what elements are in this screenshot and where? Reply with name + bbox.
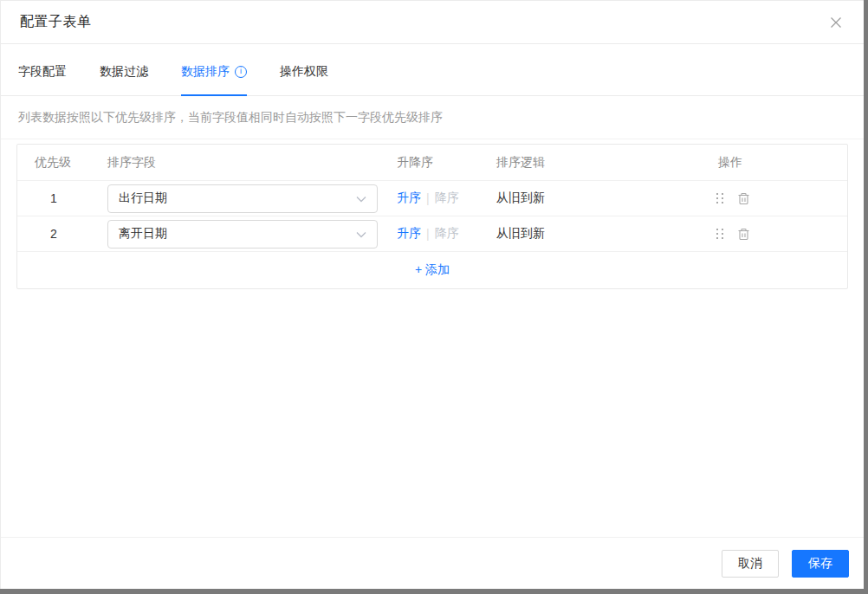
header-sort-logic: 排序逻辑: [496, 155, 713, 171]
order-divider: |: [426, 191, 430, 205]
table-row: 2 离开日期 升序 | 降序: [17, 216, 847, 252]
priority-value: 2: [35, 227, 73, 241]
ascending-link[interactable]: 升序: [397, 226, 421, 242]
table-header-row: 优先级 排序字段 升降序 排序逻辑 操作: [17, 145, 847, 181]
header-actions: 操作: [713, 155, 847, 171]
trash-icon[interactable]: [737, 228, 750, 241]
add-sort-rule-button[interactable]: + 添加: [17, 252, 847, 288]
tab-bar: 字段配置 数据过滤 数据排序 i 操作权限: [1, 44, 864, 96]
sort-logic-value: 从旧到新: [496, 226, 713, 242]
tab-data-sort[interactable]: 数据排序 i: [181, 44, 247, 95]
dialog-title: 配置子表单: [20, 13, 92, 31]
sort-description: 列表数据按照以下优先级排序，当前字段值相同时自动按照下一字段优先级排序: [1, 96, 864, 139]
ascending-link[interactable]: 升序: [397, 190, 421, 206]
descending-link[interactable]: 降序: [435, 190, 459, 206]
tab-data-filter[interactable]: 数据过滤: [100, 44, 148, 95]
sort-priority-table: 优先级 排序字段 升降序 排序逻辑 操作 1 出行日期: [16, 144, 848, 289]
field-select[interactable]: 出行日期: [107, 184, 378, 213]
field-select-value: 离开日期: [119, 226, 167, 242]
order-divider: |: [426, 227, 430, 241]
dialog-footer: 取消 保存: [1, 537, 864, 589]
dialog-window: 配置子表单 字段配置 数据过滤 数据排序 i 操作权限 列表数据按照以下优先级排: [0, 0, 868, 594]
field-select[interactable]: 离开日期: [107, 220, 378, 249]
tab-label: 操作权限: [280, 64, 328, 80]
close-icon[interactable]: [829, 16, 843, 29]
tab-label: 数据排序: [181, 64, 230, 80]
chevron-down-icon: [356, 227, 366, 241]
trash-icon[interactable]: [737, 192, 750, 205]
tab-action-permission[interactable]: 操作权限: [280, 44, 328, 95]
info-circle-icon[interactable]: i: [235, 66, 247, 78]
save-button[interactable]: 保存: [792, 550, 849, 578]
tab-label: 字段配置: [18, 64, 67, 80]
sort-logic-value: 从旧到新: [496, 190, 713, 206]
header-sort-field: 排序字段: [107, 155, 397, 171]
descending-link[interactable]: 降序: [435, 226, 459, 242]
cancel-button[interactable]: 取消: [722, 550, 779, 578]
field-select-value: 出行日期: [119, 190, 167, 206]
tab-field-config[interactable]: 字段配置: [18, 44, 67, 95]
tab-label: 数据过滤: [100, 64, 148, 80]
priority-value: 1: [35, 191, 73, 205]
dialog-header: 配置子表单: [1, 1, 864, 44]
configure-subform-dialog: 配置子表单 字段配置 数据过滤 数据排序 i 操作权限 列表数据按照以下优先级排: [0, 0, 864, 589]
drag-handle-icon[interactable]: [716, 193, 724, 204]
drag-handle-icon[interactable]: [716, 229, 724, 240]
header-order: 升降序: [397, 155, 496, 171]
table-row: 1 出行日期 升序 | 降序: [17, 181, 847, 216]
chevron-down-icon: [356, 191, 366, 205]
header-priority: 优先级: [17, 155, 107, 171]
